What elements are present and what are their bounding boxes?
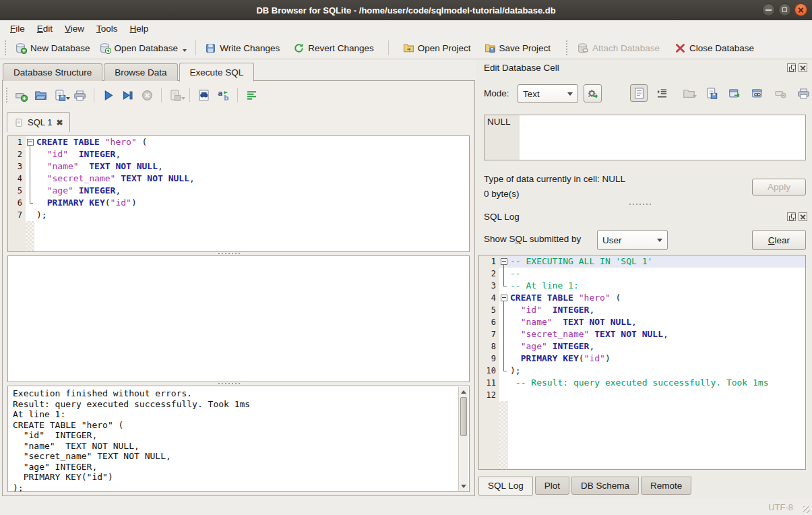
apply-settings-button[interactable] [584,84,602,102]
code-line: 3 "name" TEXT NOT NULL, [8,160,469,173]
line-number: 2 [479,268,499,280]
find-icon[interactable] [194,88,214,103]
line-number: 7 [8,209,26,221]
attach-database-label: Attach Database [592,43,660,53]
open-sql-file-icon[interactable] [31,88,51,103]
sql-log-view[interactable]: 1-- EXECUTING ALL IN 'SQL 1'2--3-- At li… [478,255,806,470]
line-number: 9 [479,353,499,365]
link-icon[interactable] [749,84,766,102]
results-grid-panel[interactable] [7,255,470,382]
replace-icon[interactable]: ab [214,88,233,103]
format-icon[interactable] [242,88,261,103]
sql-editor-tab[interactable]: SQL 1 ✖ [7,112,70,132]
revert-changes-label: Revert Changes [308,43,374,53]
splitter-handle[interactable] [629,204,652,206]
code-line: 7 "secret_name" TEXT NOT NULL, [479,328,805,340]
close-database-button[interactable]: Close Database [670,40,759,56]
sql-editor[interactable]: 1CREATE TABLE "hero" (2 "id" INTEGER,3 "… [7,135,470,252]
tab-browse-data[interactable]: Browse Data [104,63,177,81]
save-project-button[interactable]: Save Project [480,40,556,56]
execute-all-icon[interactable] [98,88,118,103]
line-number: 7 [479,328,499,340]
open-project-button[interactable]: Open Project [398,40,476,56]
print-icon[interactable] [794,84,812,102]
tab-plot[interactable]: Plot [535,477,569,495]
tab-database-structure[interactable]: Database Structure [3,63,102,81]
execute-current-line-icon[interactable] [118,88,137,103]
tab-db-schema[interactable]: DB Schema [571,477,639,495]
fold-marker-icon[interactable] [26,136,34,148]
sql-tab-label: SQL 1 [28,117,52,127]
code-text: -- EXECUTING ALL IN 'SQL 1' [508,255,805,268]
fold-margin [499,304,508,316]
tab-close-icon[interactable]: ✖ [56,119,63,127]
scrollbar-thumb[interactable] [460,397,467,436]
menu-help[interactable]: Help [124,22,155,36]
tab-remote[interactable]: Remote [641,477,691,495]
menu-edit[interactable]: Edit [31,22,59,36]
fold-marker-icon[interactable] [499,292,508,304]
scroll-up-icon[interactable] [459,387,468,396]
save-data-icon[interactable] [703,84,720,102]
cell-editor-toolbar [630,84,812,102]
submitted-by-select[interactable]: User [597,230,668,250]
chevron-down-icon[interactable] [183,49,187,52]
open-external-icon[interactable] [726,84,743,102]
execution-message-panel[interactable]: Execution finished without errors. Resul… [7,386,470,492]
new-tab-icon[interactable] [11,88,31,103]
save-sql-file-icon[interactable] [51,88,70,103]
fold-margin [499,268,508,280]
maximize-icon[interactable] [778,3,791,16]
clear-button[interactable]: Clear [752,230,806,250]
code-text [508,389,805,401]
fold-marker-icon[interactable] [499,255,508,268]
code-text: "secret_name" TEXT NOT NULL, [34,173,469,185]
apply-settings-icon [586,87,599,100]
cell-value-editor[interactable]: NULL [484,115,806,160]
db-open-icon [100,42,111,54]
right-dock: Edit Database Cell Mode: Text NULL [476,59,812,499]
toolbar-handle[interactable] [566,40,567,55]
tab-execute-sql[interactable]: Execute SQL [179,63,255,82]
scrollbar[interactable] [458,387,468,491]
apply-button: Apply [752,179,806,195]
title-bar[interactable]: DB Browser for SQLite - /home/user/code/… [0,0,812,21]
float-panel-icon[interactable] [787,212,796,221]
print-icon[interactable] [70,88,90,103]
toolbar-handle[interactable] [6,88,7,102]
cell-type-info: Type of data currently in cell: NULL [484,174,625,184]
fold-margin [26,148,34,160]
tab-sql-log[interactable]: SQL Log [478,477,533,496]
mode-select[interactable]: Text [518,84,578,103]
code-text: CREATE TABLE "hero" ( [34,136,469,148]
open-project-icon [403,42,414,54]
text-mode-icon[interactable] [630,84,648,102]
menu-file[interactable]: File [4,22,31,36]
menu-tools[interactable]: Tools [90,22,124,36]
code-text: -- Result: query executed successfully. … [508,377,805,389]
new-database-button[interactable]: New Database [11,40,95,56]
close-icon[interactable] [794,3,807,16]
write-changes-icon [205,42,216,54]
indent-icon[interactable] [653,84,670,102]
minimize-icon[interactable] [762,3,775,16]
edit-cell-title: Edit Database Cell [484,63,559,73]
resize-grip[interactable] [803,506,810,513]
toolbar-handle[interactable] [5,40,6,55]
close-panel-icon[interactable] [799,63,807,72]
close-panel-icon[interactable] [799,212,807,221]
revert-changes-button[interactable]: Revert Changes [288,40,379,56]
write-changes-button[interactable]: Write Changes [200,40,284,56]
code-line: 5 "id" INTEGER, [479,304,805,316]
open-database-button[interactable]: Open Database [95,40,192,56]
scroll-down-icon[interactable] [459,481,468,491]
fold-margin [26,197,34,209]
splitter-handle[interactable] [218,253,241,255]
code-line: 7); [8,209,469,221]
main-toolbar: New Database Open Database Write Changes… [0,37,812,59]
float-panel-icon[interactable] [787,63,796,72]
splitter-handle[interactable] [218,383,241,385]
fold-margin [499,365,508,377]
menu-view[interactable]: View [59,22,90,36]
line-number: 5 [479,304,499,316]
